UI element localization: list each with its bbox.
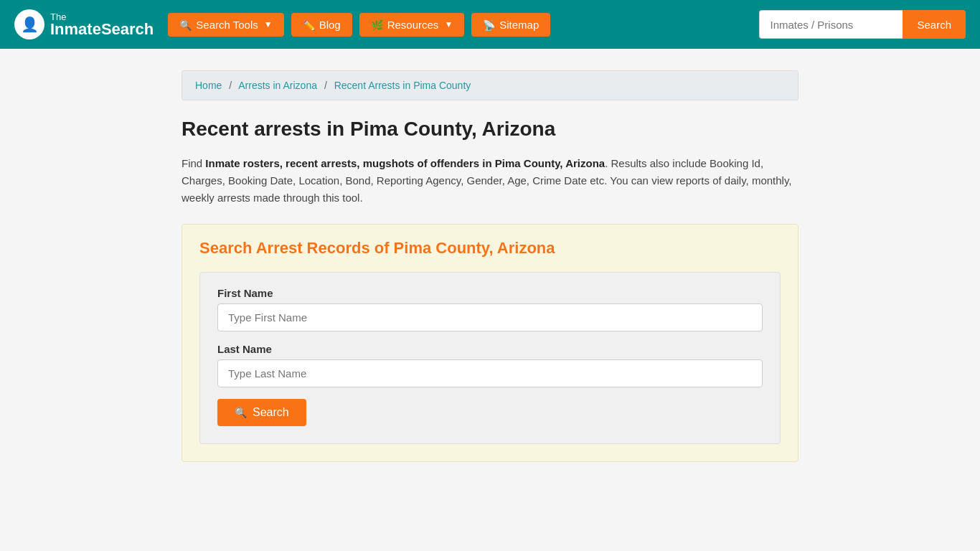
search-form-title: Search Arrest Records of Pima County, Ar… <box>199 239 781 258</box>
main-content: Home / Arrests in Arizona / Recent Arres… <box>167 70 813 462</box>
resources-label: Resources <box>387 19 439 31</box>
brand-title: InmateSearch <box>50 20 154 38</box>
first-name-group: First Name <box>217 287 763 331</box>
person-icon: 👤 <box>21 16 39 33</box>
search-form-box: Search Arrest Records of Pima County, Ar… <box>182 224 798 462</box>
sitemap-icon <box>483 19 495 31</box>
breadcrumb-pima[interactable]: Recent Arrests in Pima County <box>334 80 471 91</box>
last-name-input[interactable] <box>217 359 763 387</box>
page-description: Find Inmate rosters, recent arrests, mug… <box>182 155 798 207</box>
blog-label: Blog <box>319 19 341 31</box>
form-section: First Name Last Name Search <box>199 272 781 444</box>
first-name-input[interactable] <box>217 303 763 331</box>
sitemap-label: Sitemap <box>499 19 539 31</box>
nav-search-button[interactable]: Search <box>903 10 966 39</box>
search-tools-dropdown-icon: ▼ <box>264 19 273 29</box>
nav-search-input[interactable] <box>759 10 903 39</box>
navbar: 👤 The InmateSearch Search Tools ▼ Blog R… <box>0 0 980 49</box>
search-submit-icon <box>235 406 247 419</box>
page-title: Recent arrests in Pima County, Arizona <box>182 118 798 141</box>
nav-search-button-label: Search <box>917 19 951 31</box>
resources-dropdown-icon: ▼ <box>444 19 453 29</box>
brand-logo-icon: 👤 <box>14 9 44 39</box>
description-prefix: Find <box>182 157 205 169</box>
search-submit-button[interactable]: Search <box>217 399 306 426</box>
first-name-label: First Name <box>217 287 763 299</box>
search-tools-label: Search Tools <box>196 19 258 31</box>
nav-search-bar: Search <box>759 10 966 39</box>
breadcrumb: Home / Arrests in Arizona / Recent Arres… <box>182 70 798 100</box>
last-name-label: Last Name <box>217 343 763 355</box>
brand-name: The InmateSearch <box>50 12 154 37</box>
resources-icon <box>371 19 383 31</box>
search-submit-label: Search <box>253 406 289 419</box>
breadcrumb-home[interactable]: Home <box>195 80 222 91</box>
description-bold: Inmate rosters, recent arrests, mugshots… <box>205 157 605 169</box>
breadcrumb-sep-1: / <box>229 80 232 91</box>
resources-button[interactable]: Resources ▼ <box>359 13 465 37</box>
breadcrumb-arizona[interactable]: Arrests in Arizona <box>238 80 317 91</box>
sitemap-button[interactable]: Sitemap <box>471 13 550 37</box>
last-name-group: Last Name <box>217 343 763 387</box>
breadcrumb-sep-2: / <box>324 80 327 91</box>
search-tools-icon <box>179 19 192 31</box>
blog-button[interactable]: Blog <box>291 13 352 37</box>
brand-logo-link[interactable]: 👤 The InmateSearch <box>14 9 154 39</box>
blog-icon <box>303 19 315 31</box>
search-tools-button[interactable]: Search Tools ▼ <box>168 13 283 37</box>
